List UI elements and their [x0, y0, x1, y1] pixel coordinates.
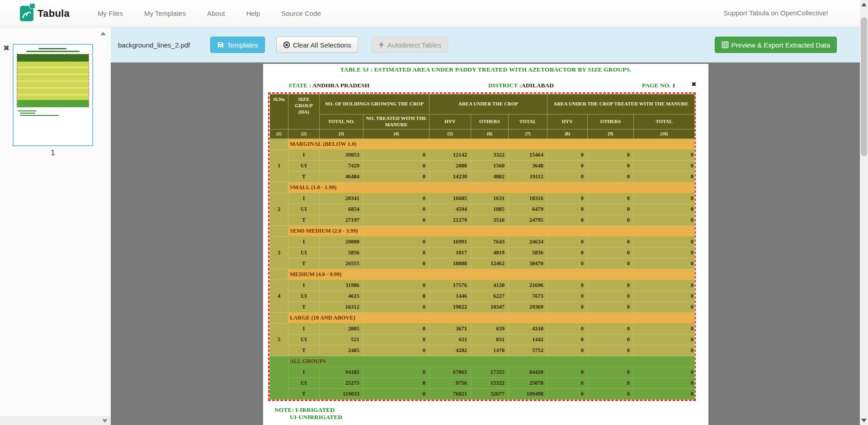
header-row-groups: Sl.NoSIZE GROUP (HA)NO. OF HOLDINGS GROW…: [270, 94, 695, 115]
thumb-title-line: [38, 48, 66, 49]
table-selection[interactable]: Sl.NoSIZE GROUP (HA)NO. OF HOLDINGS GROW…: [268, 92, 696, 401]
preview-export-button[interactable]: Preview & Export Extracted Data: [715, 37, 837, 53]
scrollbar-up-icon[interactable]: [861, 3, 867, 6]
value-cell: 639: [471, 324, 509, 334]
value-cell: 0: [363, 150, 429, 161]
value-cell: 84420: [509, 367, 547, 378]
pdf-page[interactable]: TABLE 5J : ESTIMATED AREA UNDER PADDY TR…: [263, 64, 708, 425]
value-cell: 1560: [471, 161, 509, 172]
value-cell: 19112: [509, 172, 547, 182]
clear-all-label: Clear All Selections: [293, 41, 351, 49]
sidebar-scroll-down-icon[interactable]: [102, 419, 108, 423]
slno-cell: 4: [270, 280, 288, 313]
row-label-cell: I: [288, 324, 320, 334]
clear-all-selections-button[interactable]: Clear All Selections: [276, 37, 358, 53]
value-cell: 0: [547, 302, 588, 313]
value-cell: 15322: [471, 378, 509, 389]
thumb-table-body: [17, 62, 89, 100]
col-number: (9): [588, 129, 634, 139]
remove-page-icon[interactable]: ✖: [3, 43, 9, 53]
value-cell: 1017: [429, 248, 471, 258]
autodetect-label: Autodetect Tables: [387, 41, 441, 49]
value-cell: 0: [547, 237, 588, 248]
templates-button[interactable]: Templates: [210, 37, 264, 53]
col-header: HYV: [429, 115, 471, 129]
value-cell: 2088: [429, 161, 471, 172]
nav-item-my-templates[interactable]: My Templates: [144, 10, 186, 17]
value-cell: 1470: [471, 345, 509, 356]
value-cell: 29369: [509, 302, 547, 313]
save-template-icon: [217, 41, 224, 48]
autodetect-tables-button[interactable]: Autodetect Tables: [372, 37, 448, 53]
slno-spacer-cell: [270, 269, 288, 280]
support-link[interactable]: Support Tabula on OpenCollective!: [723, 9, 828, 17]
value-cell: 15464: [509, 150, 547, 161]
value-cell: 27197: [320, 215, 363, 226]
value-cell: 4282: [429, 345, 471, 356]
sidebar-scroll-up-icon[interactable]: [100, 32, 106, 35]
nav-item-about[interactable]: About: [207, 10, 225, 17]
value-cell: 0: [363, 302, 429, 313]
value-cell: 0: [547, 324, 588, 334]
value-cell: 4120: [471, 280, 509, 291]
scrollbar-thumb[interactable]: [861, 17, 867, 156]
header-row-numbers: (1)(2)(3)(4)(5)(6)(7)(8)(9)(10): [270, 129, 695, 139]
value-cell: 21696: [509, 280, 547, 291]
value-cell: 0: [634, 150, 695, 161]
value-cell: 18316: [509, 193, 547, 204]
value-cell: 0: [588, 258, 634, 269]
value-cell: 0: [588, 193, 634, 204]
value-cell: 0: [547, 215, 588, 226]
row-label-cell: T: [288, 302, 320, 313]
slno-cell: 2: [270, 193, 288, 226]
scrollbar-down-icon[interactable]: [861, 419, 867, 422]
sidebar: ✖ 1: [0, 27, 111, 425]
value-cell: 4615: [320, 291, 363, 302]
slno-spacer-cell: [270, 226, 288, 237]
value-cell: 6854: [320, 204, 363, 215]
district-field: DISTRICT :ADILABAD: [488, 82, 554, 89]
value-cell: 2005: [320, 324, 363, 334]
value-cell: 16312: [320, 302, 363, 313]
value-cell: 0: [588, 378, 634, 389]
value-cell: 12462: [471, 258, 509, 269]
value-cell: 14230: [429, 172, 471, 182]
value-cell: 5836: [509, 248, 547, 258]
value-cell: 109498: [509, 389, 547, 400]
table-row: UI46150144662277673000: [270, 291, 695, 302]
value-cell: 0: [588, 291, 634, 302]
table-row: UI74290208815603648000: [270, 161, 695, 172]
value-cell: 0: [634, 334, 695, 345]
window-scrollbar[interactable]: [860, 0, 868, 425]
nav-item-help[interactable]: Help: [246, 10, 260, 17]
value-cell: 0: [634, 302, 695, 313]
brand[interactable]: Tabula: [20, 6, 70, 21]
value-cell: 30470: [509, 258, 547, 269]
value-cell: 0: [634, 248, 695, 258]
value-cell: 119033: [320, 389, 363, 400]
page-thumbnail[interactable]: [13, 44, 93, 146]
selection-close-icon[interactable]: ✖: [691, 81, 697, 88]
value-cell: 0: [547, 378, 588, 389]
value-cell: 26555: [320, 258, 363, 269]
pdf-note-1: NOTE: I-IRRIGATED: [274, 406, 335, 414]
value-cell: 0: [588, 248, 634, 258]
nav-item-my-files[interactable]: My Files: [98, 10, 123, 17]
row-label-cell: I: [288, 367, 320, 378]
col-number: (1): [270, 129, 288, 139]
nav-item-source-code[interactable]: Source Code: [281, 10, 321, 17]
value-cell: 4819: [471, 248, 509, 258]
value-cell: 9756: [429, 378, 471, 389]
value-cell: 1631: [471, 193, 509, 204]
value-cell: 0: [547, 172, 588, 182]
value-cell: 7673: [509, 291, 547, 302]
row-label-cell: T: [288, 345, 320, 356]
value-cell: 5752: [509, 345, 547, 356]
header-row-subcols: TOTAL NO.NO. TREATED WITH THE MANUREHYVO…: [270, 115, 695, 129]
table-row: T163120190221034729369000: [270, 302, 695, 313]
col-number: (10): [634, 129, 695, 139]
col-number: (4): [363, 129, 429, 139]
value-cell: 19022: [429, 302, 471, 313]
col-header: TOTAL: [509, 115, 547, 129]
value-cell: 0: [588, 161, 634, 172]
